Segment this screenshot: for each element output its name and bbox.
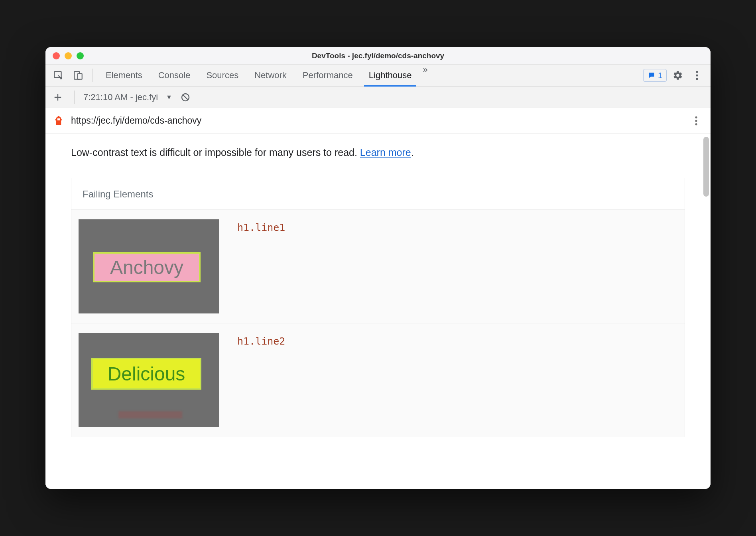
- devtools-window: DevTools - jec.fyi/demo/cds-anchovy Elem…: [45, 47, 711, 489]
- settings-gear-icon[interactable]: [670, 67, 686, 83]
- tab-performance[interactable]: Performance: [295, 65, 361, 87]
- panel-tabs: Elements Console Sources Network Perform…: [98, 65, 419, 86]
- svg-point-6: [696, 78, 698, 80]
- svg-point-4: [696, 71, 698, 73]
- screenshot-faint-element: [118, 411, 182, 418]
- svg-rect-2: [78, 74, 82, 79]
- issues-icon: [648, 71, 656, 79]
- svg-point-13: [695, 120, 697, 122]
- element-selector[interactable]: h1.line1: [237, 219, 285, 233]
- more-menu-icon[interactable]: [689, 67, 705, 83]
- svg-rect-11: [57, 118, 60, 120]
- tab-label: Performance: [303, 70, 353, 81]
- screenshot-text: Delicious: [108, 363, 185, 385]
- tab-label: Lighthouse: [369, 70, 412, 81]
- audit-description-text: Low-contrast text is difficult or imposs…: [71, 147, 360, 158]
- issues-count: 1: [658, 71, 662, 80]
- report-url-bar: https://jec.fyi/demo/cds-anchovy: [45, 108, 711, 134]
- svg-rect-0: [54, 71, 61, 77]
- window-title: DevTools - jec.fyi/demo/cds-anchovy: [45, 51, 711, 60]
- tab-label: Network: [254, 70, 287, 81]
- svg-point-5: [696, 74, 698, 76]
- report-selector[interactable]: 7:21:10 AM - jec.fyi ▼: [83, 92, 172, 102]
- lighthouse-logo-icon: [53, 115, 65, 127]
- tab-console[interactable]: Console: [150, 65, 199, 87]
- failing-elements-header: Failing Elements: [71, 178, 685, 209]
- window-close-button[interactable]: [53, 52, 60, 59]
- screenshot-text: Anchovy: [110, 256, 183, 278]
- report-url: https://jec.fyi/demo/cds-anchovy: [71, 115, 201, 126]
- tab-network[interactable]: Network: [246, 65, 295, 87]
- svg-point-14: [695, 123, 697, 125]
- failing-element-row[interactable]: Anchovy h1.line1: [71, 209, 685, 323]
- overflow-tabs-icon[interactable]: »: [419, 65, 431, 86]
- element-selector[interactable]: h1.line2: [237, 333, 285, 347]
- audit-description: Low-contrast text is difficult or imposs…: [71, 146, 685, 160]
- tab-sources[interactable]: Sources: [198, 65, 246, 87]
- new-report-button[interactable]: [50, 90, 65, 105]
- tab-lighthouse[interactable]: Lighthouse: [361, 65, 420, 87]
- svg-rect-3: [651, 74, 652, 75]
- lighthouse-toolbar: 7:21:10 AM - jec.fyi ▼: [45, 87, 711, 108]
- report-menu-icon[interactable]: [689, 114, 703, 128]
- tab-elements[interactable]: Elements: [98, 65, 150, 87]
- inspect-element-icon[interactable]: [50, 65, 66, 87]
- report-content[interactable]: Low-contrast text is difficult or imposs…: [45, 134, 711, 489]
- learn-more-link[interactable]: Learn more: [360, 147, 411, 158]
- tab-label: Console: [158, 70, 191, 81]
- svg-line-10: [183, 95, 188, 100]
- failing-element-row[interactable]: Delicious h1.line2: [71, 323, 685, 437]
- tab-label: Elements: [106, 70, 142, 81]
- window-minimize-button[interactable]: [65, 52, 72, 59]
- device-toolbar-icon[interactable]: [70, 65, 86, 87]
- divider: [93, 69, 93, 82]
- window-controls: [53, 52, 84, 59]
- devtools-tabstrip: Elements Console Sources Network Perform…: [45, 65, 711, 87]
- screenshot-highlight: Delicious: [91, 358, 201, 390]
- divider: [74, 91, 75, 104]
- element-screenshot[interactable]: Delicious: [79, 333, 219, 427]
- chevron-down-icon: ▼: [166, 94, 172, 101]
- window-zoom-button[interactable]: [77, 52, 84, 59]
- issues-badge[interactable]: 1: [643, 69, 667, 82]
- failing-elements-panel: Failing Elements Anchovy h1.line1 Delici…: [71, 178, 685, 437]
- element-screenshot[interactable]: Anchovy: [79, 219, 219, 313]
- svg-point-12: [695, 116, 697, 118]
- screenshot-highlight: Anchovy: [93, 252, 201, 282]
- tab-label: Sources: [206, 70, 238, 81]
- window-titlebar: DevTools - jec.fyi/demo/cds-anchovy: [45, 47, 711, 65]
- clear-report-icon[interactable]: [179, 91, 192, 104]
- report-selector-label: 7:21:10 AM - jec.fyi: [83, 92, 158, 102]
- scrollbar-thumb[interactable]: [703, 137, 709, 197]
